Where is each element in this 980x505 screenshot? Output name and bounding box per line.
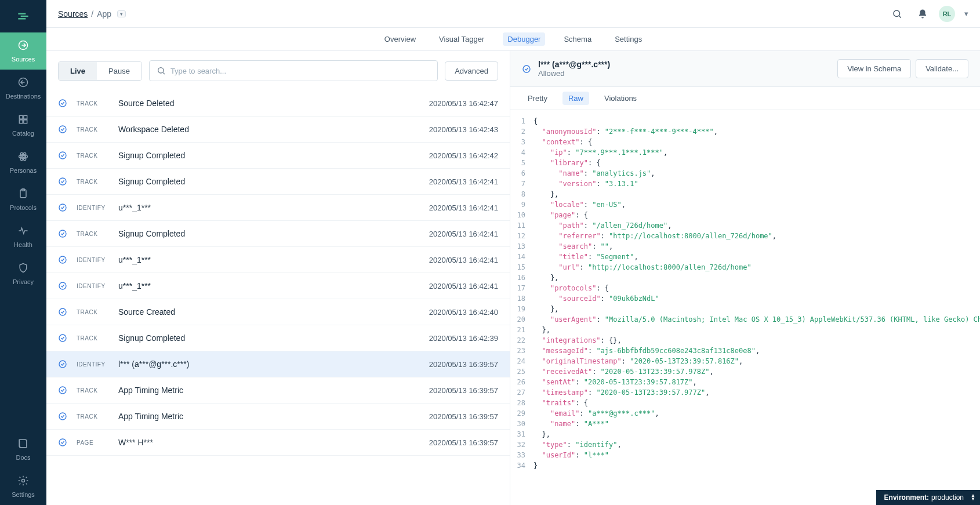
svg-point-21 bbox=[59, 256, 66, 263]
tab-visual-tagger[interactable]: Visual Tagger bbox=[434, 32, 489, 46]
environment-bar[interactable]: Environment: production ▲▼ bbox=[876, 490, 980, 505]
event-row[interactable]: TRACKApp Timing Metric2020/05/13 16:39:5… bbox=[46, 377, 510, 404]
svg-point-17 bbox=[59, 152, 66, 159]
event-row[interactable]: TRACKSource Deleted2020/05/13 16:42:47 bbox=[46, 90, 510, 117]
event-row[interactable]: TRACKSource Created2020/05/13 16:42:40 bbox=[46, 299, 510, 325]
breadcrumb-menu[interactable]: ▾ bbox=[117, 10, 126, 17]
sidebar-item-catalog[interactable]: Catalog bbox=[0, 107, 46, 144]
event-type: IDENTIFY bbox=[77, 257, 109, 263]
tab-debugger[interactable]: Debugger bbox=[503, 32, 545, 46]
sidebar-item-personas[interactable]: Personas bbox=[0, 144, 46, 181]
event-row[interactable]: TRACKSignup Completed2020/05/13 16:42:41 bbox=[46, 221, 510, 247]
svg-point-20 bbox=[59, 230, 66, 237]
sidebar-item-sources[interactable]: Sources bbox=[0, 32, 46, 70]
svg-point-22 bbox=[59, 282, 66, 289]
detail-tab-violations[interactable]: Violations bbox=[598, 92, 643, 105]
sidebar-item-protocols[interactable]: Protocols bbox=[0, 181, 46, 218]
event-time: 2020/05/13 16:39:57 bbox=[429, 438, 498, 447]
svg-rect-4 bbox=[19, 120, 23, 123]
event-time: 2020/05/13 16:39:57 bbox=[429, 386, 498, 395]
event-name: App Timing Metric bbox=[118, 412, 420, 421]
topbar: Sources / App ▾ RL ▾ bbox=[46, 0, 980, 28]
svg-point-19 bbox=[59, 204, 66, 211]
search-icon bbox=[157, 66, 166, 75]
breadcrumb-root[interactable]: Sources bbox=[58, 9, 88, 19]
check-circle-icon bbox=[58, 203, 67, 212]
svg-rect-2 bbox=[19, 115, 23, 119]
event-row[interactable]: TRACKApp Timing Metric2020/05/13 16:39:5… bbox=[46, 404, 510, 430]
event-time: 2020/05/13 16:42:41 bbox=[429, 282, 498, 290]
event-time: 2020/05/13 16:42:41 bbox=[429, 204, 498, 212]
check-circle-icon bbox=[58, 255, 67, 264]
event-time: 2020/05/13 16:42:47 bbox=[429, 99, 498, 108]
svg-rect-3 bbox=[24, 115, 27, 119]
event-row[interactable]: TRACKSignup Completed2020/05/13 16:42:41 bbox=[46, 169, 510, 195]
event-row[interactable]: TRACKWorkspace Deleted2020/05/13 16:42:4… bbox=[46, 117, 510, 143]
validate-button[interactable]: Validate... bbox=[916, 59, 968, 78]
event-time: 2020/05/13 16:39:57 bbox=[429, 412, 498, 421]
detail-tab-pretty[interactable]: Pretty bbox=[522, 92, 553, 105]
sidebar-item-settings[interactable]: Settings bbox=[0, 468, 46, 505]
event-name: App Timing Metric bbox=[118, 386, 420, 395]
tab-schema[interactable]: Schema bbox=[559, 32, 596, 46]
shield-icon bbox=[17, 262, 29, 275]
sidebar-item-docs[interactable]: Docs bbox=[0, 431, 46, 468]
sidebar-item-destinations[interactable]: Destinations bbox=[0, 70, 46, 107]
live-pause-toggle: Live Pause bbox=[58, 61, 142, 81]
tab-overview[interactable]: Overview bbox=[380, 32, 420, 46]
event-row[interactable]: TRACKSignup Completed2020/05/13 16:42:42 bbox=[46, 143, 510, 169]
event-name: Signup Completed bbox=[118, 177, 420, 186]
event-list: TRACKSource Deleted2020/05/13 16:42:47TR… bbox=[46, 90, 510, 505]
search-input-wrap bbox=[149, 60, 438, 81]
live-button[interactable]: Live bbox=[59, 62, 97, 80]
svg-point-6 bbox=[22, 155, 24, 157]
event-name: Source Created bbox=[118, 307, 420, 317]
gear-icon bbox=[17, 475, 29, 488]
event-time: 2020/05/13 16:42:40 bbox=[429, 308, 498, 317]
event-type: TRACK bbox=[77, 387, 109, 394]
event-name: Signup Completed bbox=[118, 151, 420, 160]
advanced-button[interactable]: Advanced bbox=[445, 61, 498, 81]
search-icon[interactable] bbox=[888, 5, 906, 23]
arrow-right-circle-icon bbox=[17, 39, 29, 52]
detail-panel: l*** (a***@g***.c***) Allowed View in Sc… bbox=[510, 51, 980, 505]
event-name: Workspace Deleted bbox=[118, 125, 420, 134]
svg-point-13 bbox=[894, 10, 900, 17]
sidebar-item-health[interactable]: Health bbox=[0, 218, 46, 255]
svg-point-12 bbox=[22, 479, 25, 482]
svg-point-14 bbox=[158, 68, 164, 73]
list-toolbar: Live Pause Advanced bbox=[46, 51, 510, 90]
event-time: 2020/05/13 16:42:41 bbox=[429, 230, 498, 238]
chevron-down-icon[interactable]: ▾ bbox=[964, 9, 968, 18]
event-time: 2020/05/13 16:42:43 bbox=[429, 125, 498, 134]
view-in-schema-button[interactable]: View in Schema bbox=[837, 59, 911, 78]
bell-icon[interactable] bbox=[913, 5, 932, 23]
event-type: TRACK bbox=[77, 100, 109, 107]
check-circle-icon bbox=[58, 125, 67, 134]
event-row[interactable]: TRACKSignup Completed2020/05/13 16:42:39 bbox=[46, 325, 510, 351]
event-row[interactable]: IDENTIFYu***_1***2020/05/13 16:42:41 bbox=[46, 247, 510, 273]
event-name: Signup Completed bbox=[118, 229, 420, 238]
event-name: Source Deleted bbox=[118, 99, 420, 108]
search-input[interactable] bbox=[170, 67, 430, 75]
event-row[interactable]: IDENTIFYu***_1***2020/05/13 16:42:41 bbox=[46, 273, 510, 299]
event-type: PAGE bbox=[77, 439, 109, 446]
pause-button[interactable]: Pause bbox=[97, 62, 141, 80]
svg-point-24 bbox=[59, 335, 66, 341]
atom-icon bbox=[17, 151, 29, 164]
events-panel: Live Pause Advanced TRACKSource Deleted2… bbox=[46, 51, 510, 505]
sidebar-item-privacy[interactable]: Privacy bbox=[0, 255, 46, 292]
event-type: TRACK bbox=[77, 231, 109, 237]
event-type: TRACK bbox=[77, 152, 109, 159]
detail-tab-raw[interactable]: Raw bbox=[562, 92, 589, 105]
tab-settings[interactable]: Settings bbox=[610, 32, 647, 46]
event-row[interactable]: IDENTIFYu***_1***2020/05/13 16:42:41 bbox=[46, 195, 510, 221]
event-time: 2020/05/13 16:39:57 bbox=[429, 360, 498, 369]
avatar[interactable]: RL bbox=[939, 6, 955, 22]
event-type: TRACK bbox=[77, 126, 109, 133]
event-row[interactable]: IDENTIFYl*** (a***@g***.c***)2020/05/13 … bbox=[46, 351, 510, 377]
event-row[interactable]: PAGEW*** H***2020/05/13 16:39:57 bbox=[46, 430, 510, 456]
event-name: l*** (a***@g***.c***) bbox=[118, 359, 420, 369]
svg-point-18 bbox=[59, 178, 66, 185]
check-circle-icon bbox=[58, 438, 67, 447]
